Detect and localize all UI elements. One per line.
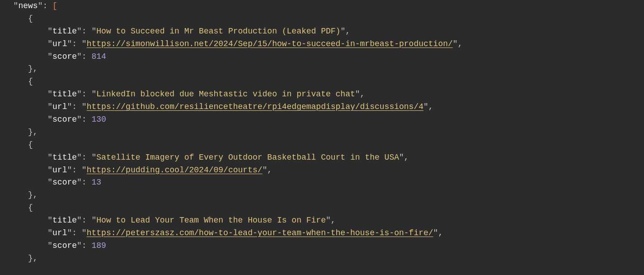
news-item-url[interactable]: https://peterszasz.com/how-to-lead-your-… [87,228,433,237]
json-key-url: url [52,228,67,237]
news-item-title: How to Lead Your Team When the House Is … [96,216,326,225]
news-item-score: 189 [91,241,106,250]
json-key-score: score [52,241,77,250]
news-item-url[interactable]: https://pudding.cool/2024/09/courts/ [87,166,263,175]
news-item-url[interactable]: https://github.com/resiliencetheatre/rpi… [87,102,423,111]
json-key-score: score [52,178,77,187]
news-item-title: Satellite Imagery of Every Outdoor Baske… [96,153,399,162]
json-key-title: title [52,27,77,36]
news-item-score: 130 [91,115,106,124]
json-key-url: url [52,166,67,175]
news-item-score: 814 [91,52,106,61]
json-key-score: score [52,52,77,61]
json-key-score: score [52,115,77,124]
json-key-url: url [52,102,67,111]
news-item-url[interactable]: https://simonwillison.net/2024/Sep/15/ho… [87,39,453,48]
news-item-score: 13 [91,178,101,187]
json-key-title: title [52,216,77,225]
json-key-title: title [52,90,77,99]
json-key-url: url [52,39,67,48]
json-code-block: "news": [ { "title": "How to Succeed in … [0,0,644,265]
news-item-title: How to Succeed in Mr Beast Production (L… [96,27,340,36]
json-root-key: news [18,1,38,10]
news-item-title: LinkedIn blocked due Meshtastic video in… [96,90,355,99]
json-key-title: title [52,153,77,162]
